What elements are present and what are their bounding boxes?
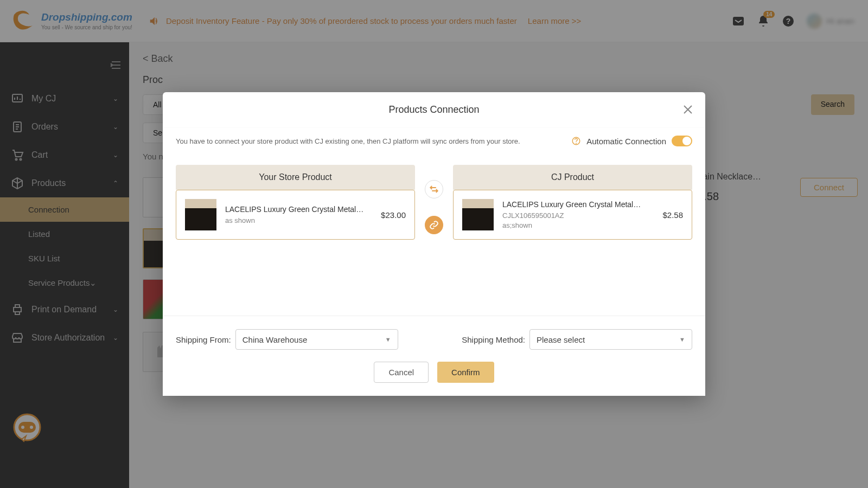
confirm-button[interactable]: Confirm — [437, 362, 494, 383]
product-price: $2.58 — [662, 210, 683, 220]
help-icon[interactable] — [571, 136, 581, 146]
product-variant: as shown — [225, 216, 372, 224]
shipping-method-label: Shipping Method: — [462, 335, 525, 344]
chevron-down-icon: ▼ — [385, 336, 391, 343]
cj-product-card[interactable]: LACELIPS Luxury Green Crystal Metal… CJL… — [453, 190, 692, 240]
modal-description: You have to connect your store product w… — [176, 137, 520, 145]
auto-connection-label: Automatic Connection — [586, 137, 666, 146]
product-thumbnail — [462, 199, 494, 230]
modal-title: Products Connection — [176, 104, 692, 115]
your-store-header: Your Store Product — [176, 165, 415, 190]
product-sku: CJLX106595001AZ — [502, 211, 654, 220]
cj-product-header: CJ Product — [453, 165, 692, 190]
shipping-from-select[interactable]: China Warehouse ▼ — [235, 329, 398, 350]
product-thumbnail — [185, 199, 216, 230]
chevron-down-icon: ▼ — [679, 336, 685, 343]
cancel-button[interactable]: Cancel — [374, 362, 429, 383]
product-price: $23.00 — [381, 210, 406, 220]
close-icon[interactable] — [681, 103, 694, 116]
auto-connection-toggle[interactable] — [672, 136, 692, 146]
shipping-method-select[interactable]: Please select ▼ — [529, 329, 692, 350]
svg-point-26 — [576, 143, 577, 144]
products-connection-modal: Products Connection You have to connect … — [163, 92, 705, 396]
swap-icon[interactable] — [425, 180, 443, 198]
product-variant: as;shown — [502, 221, 654, 229]
product-name: LACELIPS Luxury Green Crystal Metal… — [502, 200, 654, 209]
your-product-card[interactable]: LACELIPS Luxury Green Crystal Metal… as … — [176, 190, 415, 240]
link-icon[interactable] — [425, 216, 443, 234]
shipping-from-label: Shipping From: — [176, 335, 231, 344]
product-name: LACELIPS Luxury Green Crystal Metal… — [225, 205, 372, 214]
